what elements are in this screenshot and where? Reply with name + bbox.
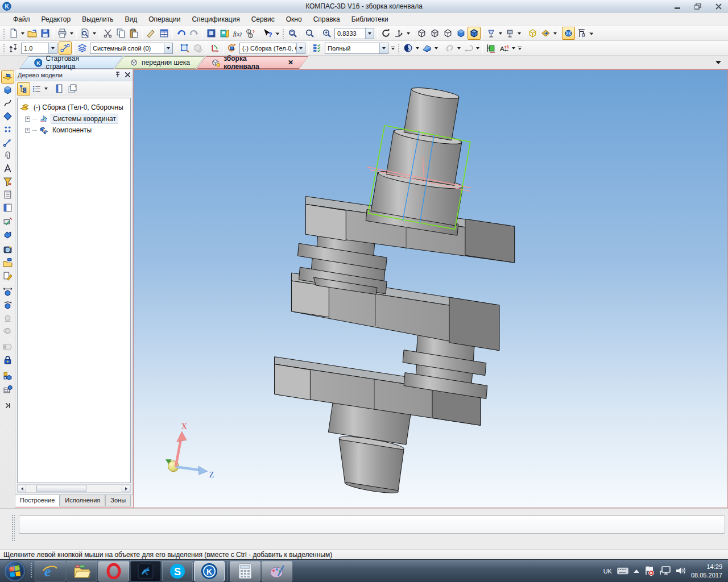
menu-select[interactable]: Выделить <box>77 14 118 25</box>
simplified-display-button[interactable] <box>526 27 539 40</box>
taskbar-calculator[interactable] <box>230 561 260 581</box>
new-document-button[interactable] <box>7 27 20 40</box>
tab-assembly-document[interactable]: зборка коленвала ✕ <box>197 56 308 69</box>
section-display-dropdown[interactable] <box>415 41 420 55</box>
tab-construction[interactable]: Построение <box>15 495 60 506</box>
zones-dropdown[interactable] <box>456 41 462 55</box>
quick-display-2-dropdown[interactable] <box>516 27 522 40</box>
composition-view-button[interactable] <box>30 82 43 95</box>
wireframe-button[interactable] <box>415 27 428 40</box>
menu-operations[interactable]: Операции <box>143 14 185 25</box>
hidden-lines-removed-button[interactable] <box>441 27 454 40</box>
edit-part-button[interactable] <box>1 70 14 84</box>
screenshot-button[interactable] <box>1 243 14 256</box>
pin-icon[interactable] <box>115 72 121 79</box>
taskbar-explorer[interactable] <box>67 561 97 581</box>
menu-window[interactable]: Окно <box>281 14 307 25</box>
show-hidden-icons[interactable] <box>634 569 639 573</box>
snap-button[interactable] <box>59 41 72 55</box>
menu-file[interactable]: Файл <box>8 14 35 25</box>
close-button[interactable] <box>712 2 725 10</box>
sketch-button[interactable] <box>178 41 191 55</box>
print-button[interactable] <box>56 27 69 40</box>
check-document-button[interactable] <box>1 214 14 227</box>
tab-close-icon[interactable]: ✕ <box>288 59 293 66</box>
unroll-dropdown[interactable] <box>475 41 481 55</box>
undo-button[interactable] <box>175 27 188 40</box>
tab-part-document[interactable]: передния шека <box>115 56 205 69</box>
zoom-scale-combo[interactable]: 0.8333 <box>334 28 374 39</box>
toolbar-grip[interactable] <box>2 43 6 53</box>
tolerance-button[interactable]: A±1 <box>498 41 511 55</box>
tree-item-coordinate-systems[interactable]: + Системы координат <box>20 113 130 124</box>
print-dropdown[interactable] <box>69 27 75 40</box>
quick-display-1-button[interactable] <box>485 27 498 40</box>
viewport-canvas[interactable]: X Z <box>134 70 727 508</box>
step-combo[interactable]: 1.0 <box>21 43 57 54</box>
viewport-3d[interactable]: X Z <box>133 69 728 508</box>
language-indicator[interactable]: UK <box>603 568 612 575</box>
zoom-in-button[interactable] <box>320 27 333 40</box>
zoom-scale-dropdown[interactable] <box>365 28 374 39</box>
layer-dropdown[interactable] <box>164 43 172 53</box>
orientation-dropdown[interactable] <box>406 27 411 40</box>
toolbar-overflow[interactable] <box>390 41 396 55</box>
zoom-window-button[interactable] <box>303 27 316 40</box>
scroll-right-arrow[interactable] <box>122 485 130 492</box>
tree-item-components[interactable]: + Компоненты <box>20 124 130 136</box>
menu-view[interactable]: Вид <box>120 14 143 25</box>
toolbar-expand-button[interactable] <box>1 399 14 412</box>
scroll-left-arrow[interactable] <box>18 485 26 492</box>
open-component-button[interactable] <box>1 256 14 269</box>
section-display-button[interactable] <box>402 41 415 55</box>
start-button[interactable] <box>5 561 25 581</box>
coordinate-axes-button[interactable] <box>208 41 221 55</box>
toolbar-overflow[interactable] <box>588 27 594 40</box>
rebuild-button[interactable] <box>225 41 238 55</box>
step-button[interactable] <box>7 41 20 55</box>
surface-part-button[interactable] <box>1 227 14 240</box>
scroll-thumb[interactable] <box>36 485 86 492</box>
show-windows-button[interactable] <box>205 27 218 40</box>
hidden-lines-thin-button[interactable] <box>428 27 441 40</box>
annotation-button[interactable] <box>1 269 14 282</box>
tab-start-page[interactable]: K Стартовая страница <box>19 56 123 69</box>
action-center-icon[interactable] <box>644 566 655 577</box>
tree-root-item[interactable]: (-) Сборка (Тел-0, Сборочны <box>20 102 130 113</box>
rotate-component-button[interactable] <box>1 298 14 311</box>
panel-close-icon[interactable] <box>125 72 130 78</box>
zoom-to-fit-button[interactable] <box>286 27 299 40</box>
shaded-with-edges-button[interactable] <box>468 27 481 40</box>
copy-button[interactable] <box>114 27 127 40</box>
toolbar-overflow[interactable] <box>274 27 280 40</box>
paste-button[interactable] <box>127 27 140 40</box>
minimize-button[interactable] <box>671 2 684 10</box>
print-preview-button[interactable] <box>78 27 92 40</box>
auxiliary-geometry-button[interactable] <box>1 162 14 175</box>
save-button[interactable] <box>39 27 52 40</box>
step-dropdown[interactable] <box>48 43 57 53</box>
tab-list-dropdown[interactable] <box>714 59 722 66</box>
what-is-this-button[interactable]: ? <box>261 27 274 40</box>
display-mode-dropdown[interactable] <box>379 43 388 53</box>
move-component-button[interactable] <box>1 285 14 298</box>
attachments-button[interactable] <box>1 149 14 162</box>
direction-button[interactable] <box>1 136 14 149</box>
property-bar-grip[interactable] <box>11 514 15 542</box>
tolerance-dropdown[interactable] <box>511 41 516 55</box>
component-table-button[interactable] <box>1 383 14 396</box>
component-list-button[interactable] <box>311 41 324 55</box>
open-button[interactable] <box>26 27 39 40</box>
points-button[interactable] <box>1 123 14 136</box>
headlight-dropdown[interactable] <box>552 27 558 40</box>
spec-table-button[interactable] <box>158 27 171 40</box>
restore-button[interactable] <box>692 2 704 10</box>
components-button[interactable] <box>1 369 14 383</box>
numbering-button[interactable]: 12 <box>244 27 257 40</box>
quick-display-2-button[interactable] <box>503 27 516 40</box>
create-part-button[interactable] <box>1 84 14 97</box>
taskbar-kompas[interactable]: K <box>194 561 225 581</box>
new-document-dropdown[interactable] <box>20 27 26 40</box>
menu-editor[interactable]: Редактор <box>36 14 76 25</box>
taskbar-internet-explorer[interactable]: e <box>35 561 65 581</box>
